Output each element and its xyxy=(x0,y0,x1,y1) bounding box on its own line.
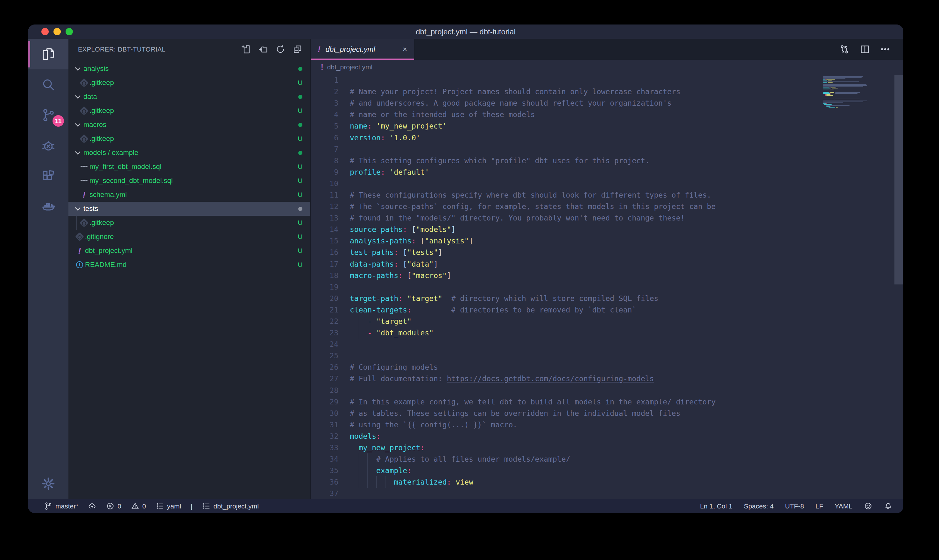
open-changes-icon[interactable] xyxy=(839,44,850,55)
close-window-button[interactable] xyxy=(42,28,49,35)
tree-file--gitkeep[interactable]: .gitkeepU xyxy=(68,104,310,118)
code-line[interactable]: 4# name or the intended use of these mod… xyxy=(311,109,820,120)
tree-folder-models-example[interactable]: models / example xyxy=(68,146,310,160)
line-number: 31 xyxy=(311,421,339,429)
code-line[interactable]: 8# This setting configures which "profil… xyxy=(311,155,820,166)
code-line[interactable]: 20target-path: "target" # directory whic… xyxy=(311,293,820,304)
minimize-window-button[interactable] xyxy=(54,28,61,35)
split-editor-icon[interactable] xyxy=(859,44,870,55)
code-line[interactable]: 3# and underscores. A good package name … xyxy=(311,97,820,109)
activity-search[interactable] xyxy=(28,69,68,100)
tree-folder-macros[interactable]: macros xyxy=(68,118,310,132)
code-line[interactable]: 25 xyxy=(311,350,820,362)
code-line[interactable]: 37 xyxy=(311,488,820,499)
code-line[interactable]: 19 xyxy=(311,281,820,293)
code-line[interactable]: 21clean-targets: # directories to be rem… xyxy=(311,304,820,315)
status-lf[interactable]: LF xyxy=(816,502,824,510)
tree-file--gitkeep[interactable]: .gitkeepU xyxy=(68,216,310,230)
tab-dbt-project-yml[interactable]: ! dbt_project.yml × xyxy=(311,39,414,60)
code-editor[interactable]: 12# Name your project! Project names sho… xyxy=(311,74,904,499)
status-bell[interactable] xyxy=(884,502,893,510)
code-line[interactable]: 35 example: xyxy=(311,465,820,476)
code-line[interactable]: 22 - "target" xyxy=(311,315,820,327)
tree-file-schema-yml[interactable]: !schema.ymlU xyxy=(68,188,310,202)
line-number: 10 xyxy=(311,180,339,188)
code-line[interactable]: 12# The `source-paths` config, for examp… xyxy=(311,201,820,212)
status-ln-1-col-1[interactable]: Ln 1, Col 1 xyxy=(700,502,733,510)
status-yaml[interactable]: YAML xyxy=(834,502,853,510)
tree-file-dbt-project-yml[interactable]: !dbt_project.ymlU xyxy=(68,244,310,258)
status-smiley[interactable] xyxy=(864,502,873,510)
code-line[interactable]: 24 xyxy=(311,338,820,350)
editor-scrollbar[interactable] xyxy=(894,75,903,285)
activity-settings[interactable] xyxy=(28,468,68,499)
status-bar: master*00yaml|dbt_project.yml Ln 1, Col … xyxy=(28,499,904,513)
tree-folder-analysis[interactable]: analysis xyxy=(68,62,310,76)
status-utf-8[interactable]: UTF-8 xyxy=(785,502,804,510)
more-actions-icon[interactable] xyxy=(880,44,891,55)
indent-guide xyxy=(385,476,386,488)
code-line[interactable]: 14source-paths: ["models"] xyxy=(311,224,820,235)
status-git-branch[interactable]: master* xyxy=(44,502,78,510)
code-line[interactable]: 32models: xyxy=(311,431,820,442)
new-file-icon[interactable] xyxy=(241,44,251,54)
status-spaces-4[interactable]: Spaces: 4 xyxy=(744,502,773,510)
line-number: 20 xyxy=(311,294,339,303)
status-cloud-upload[interactable] xyxy=(88,502,97,510)
tree-file--gitignore[interactable]: .gitignoreU xyxy=(68,230,310,244)
tree-file-my-second-dbt-model-sql[interactable]: my_second_dbt_model.sqlU xyxy=(68,174,310,188)
code-line[interactable]: 2# Name your project! Project names shou… xyxy=(311,86,820,97)
activity-explorer[interactable] xyxy=(28,39,68,69)
code-line[interactable]: 15analysis-paths: ["analysis"] xyxy=(311,235,820,246)
collapse-all-icon[interactable] xyxy=(292,44,303,54)
code-line[interactable]: 11# These configurations specify where d… xyxy=(311,189,820,201)
code-line[interactable]: 23 - "dbt_modules" xyxy=(311,327,820,338)
tree-folder-tests[interactable]: tests xyxy=(68,202,310,216)
zoom-window-button[interactable] xyxy=(66,28,73,35)
chevron-down-icon xyxy=(75,205,80,211)
line-number: 27 xyxy=(311,374,339,383)
code-line[interactable]: 13# found in the "models/" directory. Yo… xyxy=(311,212,820,224)
close-tab-icon[interactable]: × xyxy=(403,45,407,54)
code-line[interactable]: 5name: 'my_new_project' xyxy=(311,120,820,132)
code-line[interactable]: 1 xyxy=(311,74,820,86)
code-line[interactable]: 9profile: 'default' xyxy=(311,166,820,178)
breadcrumb[interactable]: ! dbt_project.yml xyxy=(311,60,904,74)
status-error-count[interactable]: 0 xyxy=(106,502,121,510)
tree-folder-data[interactable]: data xyxy=(68,90,310,104)
code-line[interactable]: 6version: '1.0.0' xyxy=(311,132,820,143)
status-list-selection[interactable]: dbt_project.yml xyxy=(202,502,259,510)
tree-file-readme-md[interactable]: iREADME.mdU xyxy=(68,258,310,272)
tree-file-my-first-dbt-model-sql[interactable]: my_first_dbt_model.sqlU xyxy=(68,160,310,174)
code-line[interactable]: 31# using the `{{ config(...) }}` macro. xyxy=(311,419,820,431)
traffic-lights xyxy=(42,25,73,39)
code-line[interactable]: 17data-paths: ["data"] xyxy=(311,258,820,270)
doc-link[interactable]: https://docs.getdbt.com/docs/configuring… xyxy=(447,374,654,383)
code-line[interactable]: 33 my_new_project: xyxy=(311,442,820,454)
code-line[interactable]: 36 materialized: view xyxy=(311,476,820,488)
code-line[interactable]: 18macro-paths: ["macros"] xyxy=(311,270,820,281)
code-line[interactable]: 10 xyxy=(311,178,820,189)
activity-debug[interactable] xyxy=(28,131,68,161)
refresh-icon[interactable] xyxy=(276,44,286,54)
status-warning-count[interactable]: 0 xyxy=(131,502,146,510)
code-line[interactable]: 16test-paths: ["tests"] xyxy=(311,246,820,258)
tree-file--gitkeep[interactable]: .gitkeepU xyxy=(68,76,310,90)
code-line[interactable]: 34 # Applies to all files under models/e… xyxy=(311,454,820,465)
code-line[interactable]: 7 xyxy=(311,143,820,155)
status-list-selection[interactable]: yaml xyxy=(155,502,181,510)
new-folder-icon[interactable] xyxy=(258,44,268,54)
activity-docker[interactable] xyxy=(28,192,68,222)
breadcrumb-file[interactable]: dbt_project.yml xyxy=(327,63,373,71)
minimap[interactable] xyxy=(823,75,893,109)
code-line[interactable]: 30# as tables. These settings can be ove… xyxy=(311,408,820,419)
code-line[interactable]: 29# In this example config, we tell dbt … xyxy=(311,396,820,408)
code-line[interactable]: 26# Configuring models xyxy=(311,362,820,373)
tree-file--gitkeep[interactable]: .gitkeepU xyxy=(68,132,310,146)
code-line[interactable]: 28 xyxy=(311,385,820,396)
activity-source-control[interactable]: 11 xyxy=(28,100,68,131)
window-title: dbt_project.yml — dbt-tutorial xyxy=(416,28,515,36)
tab-label: dbt_project.yml xyxy=(326,45,397,54)
activity-extensions[interactable] xyxy=(28,161,68,192)
code-line[interactable]: 27# Full documentation: https://docs.get… xyxy=(311,373,820,385)
